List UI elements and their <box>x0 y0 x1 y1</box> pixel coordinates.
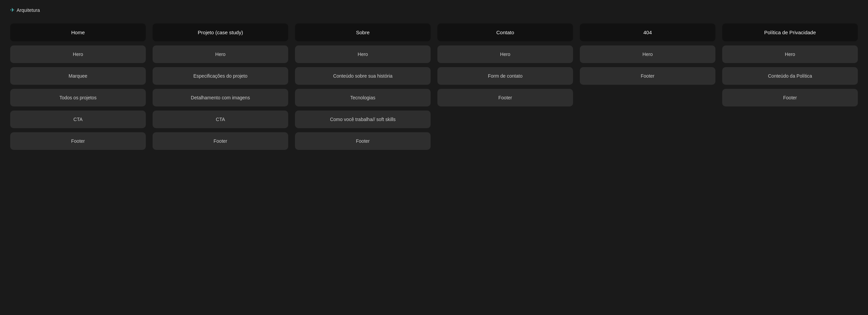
section-button-404-footer[interactable]: Footer <box>580 67 715 85</box>
section-button-politica-hero[interactable]: Hero <box>722 45 858 63</box>
column-sobre: SobreHeroConteúdo sobre sua históriaTecn… <box>295 23 431 150</box>
section-button-home-footer[interactable]: Footer <box>10 132 146 150</box>
column-projeto: Projeto (case study)HeroEspecificações d… <box>153 23 288 150</box>
section-button-politica-contedo-da-poltica[interactable]: Conteúdo da Política <box>722 67 858 85</box>
page-button-projeto[interactable]: Projeto (case study) <box>153 23 288 41</box>
section-button-politica-footer[interactable]: Footer <box>722 89 858 106</box>
section-button-sobre-como-voc-trabalha-soft-skills[interactable]: Como você trabalha// soft skills <box>295 111 431 128</box>
section-button-projeto-especificaes-do-projeto[interactable]: Especificações do projeto <box>153 67 288 85</box>
section-button-contato-footer[interactable]: Footer <box>437 89 573 106</box>
page-button-404[interactable]: 404 <box>580 23 715 41</box>
section-button-contato-form-de-contato[interactable]: Form de contato <box>437 67 573 85</box>
section-button-projeto-detalhamento-com-imagens[interactable]: Detalhamento com imagens <box>153 89 288 106</box>
section-button-sobre-tecnologias[interactable]: Tecnologias <box>295 89 431 106</box>
logo-label: Arquitetura <box>17 7 40 13</box>
columns-container: HomeHeroMarqueeTodos os projetosCTAFoote… <box>10 23 858 150</box>
column-contato: ContatoHeroForm de contatoFooter <box>437 23 573 106</box>
column-404: 404HeroFooter <box>580 23 715 85</box>
section-button-contato-hero[interactable]: Hero <box>437 45 573 63</box>
section-button-sobre-hero[interactable]: Hero <box>295 45 431 63</box>
page-button-politica[interactable]: Política de Privacidade <box>722 23 858 41</box>
section-button-home-todos-os-projetos[interactable]: Todos os projetos <box>10 89 146 106</box>
page-button-home[interactable]: Home <box>10 23 146 41</box>
page-button-contato[interactable]: Contato <box>437 23 573 41</box>
section-button-home-marquee[interactable]: Marquee <box>10 67 146 85</box>
section-button-projeto-hero[interactable]: Hero <box>153 45 288 63</box>
column-home: HomeHeroMarqueeTodos os projetosCTAFoote… <box>10 23 146 150</box>
column-politica: Política de PrivacidadeHeroConteúdo da P… <box>722 23 858 106</box>
section-button-sobre-contedo-sobre-sua-histria[interactable]: Conteúdo sobre sua história <box>295 67 431 85</box>
logo: ✈ Arquitetura <box>10 7 858 13</box>
section-button-projeto-cta[interactable]: CTA <box>153 111 288 128</box>
section-button-home-hero[interactable]: Hero <box>10 45 146 63</box>
section-button-sobre-footer[interactable]: Footer <box>295 132 431 150</box>
page-button-sobre[interactable]: Sobre <box>295 23 431 41</box>
logo-icon: ✈ <box>10 7 15 13</box>
section-button-home-cta[interactable]: CTA <box>10 111 146 128</box>
section-button-404-hero[interactable]: Hero <box>580 45 715 63</box>
section-button-projeto-footer[interactable]: Footer <box>153 132 288 150</box>
